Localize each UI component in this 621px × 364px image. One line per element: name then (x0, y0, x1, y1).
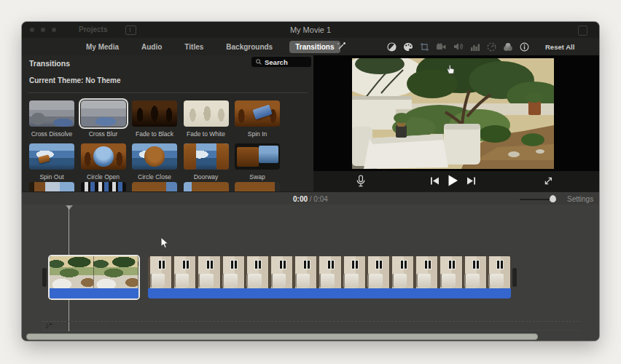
music-note-icon: ♪+ (45, 321, 52, 330)
clip-frame (269, 256, 293, 288)
tab-titles[interactable]: Titles (179, 41, 209, 53)
stabilization-camera-icon[interactable] (436, 43, 447, 51)
trim-handle-right[interactable] (512, 268, 517, 287)
clip-frame (245, 256, 269, 288)
clip-frame (366, 256, 390, 288)
timeline[interactable]: ♪+ (22, 205, 599, 341)
transition-circle-close[interactable]: Circle Close (132, 143, 177, 181)
transition-thumbnail[interactable] (235, 182, 280, 191)
transition-thumbnail[interactable] (132, 143, 177, 170)
crop-icon[interactable] (420, 42, 429, 52)
imovie-window: Projects My Movie 1 My Media Audio Title… (22, 22, 599, 341)
panel-divider (28, 92, 308, 93)
clip-frame (463, 256, 487, 288)
mouse-cursor (160, 237, 170, 252)
tab-audio[interactable]: Audio (136, 41, 168, 53)
timeline-clip-2[interactable] (148, 256, 511, 298)
hand-cursor (445, 64, 456, 77)
tab-transitions[interactable]: Transitions (289, 41, 340, 53)
title-bar: Projects My Movie 1 (22, 22, 599, 38)
media-tabs: My Media Audio Titles Backgrounds Transi… (80, 38, 340, 55)
clip-frame (94, 256, 138, 288)
clip-frame (487, 256, 511, 288)
transition-fade-to-white[interactable]: Fade to White (184, 100, 229, 138)
transitions-panel: Transitions Search Current Theme: No The… (22, 55, 313, 191)
fullscreen-icon[interactable] (543, 175, 554, 189)
play-button[interactable] (448, 175, 458, 189)
music-well-divider (42, 321, 579, 322)
transition-cross-dissolve[interactable]: Cross Dissolve (29, 100, 74, 138)
transition-thumbnail[interactable] (29, 182, 74, 191)
transitions-grid: Cross Dissolve Cross Blur Fade to Black … (29, 100, 286, 181)
transitions-grid-row3-clipped (29, 182, 280, 191)
timeline-zoom-slider[interactable] (520, 199, 553, 200)
enhance-wand-icon[interactable] (336, 41, 347, 55)
tab-backgrounds[interactable]: Backgrounds (220, 41, 278, 53)
reset-all-button[interactable]: Reset All (545, 43, 574, 51)
video-preview[interactable] (352, 58, 554, 169)
trim-handle-left[interactable] (42, 268, 47, 287)
volume-icon[interactable] (453, 42, 464, 51)
transition-thumbnail[interactable] (132, 100, 177, 127)
skip-forward-button[interactable] (466, 175, 476, 189)
transition-thumbnail[interactable] (184, 100, 229, 127)
transition-cross-blur[interactable]: Cross Blur (81, 100, 126, 138)
clip-info-icon[interactable] (520, 42, 529, 52)
adjust-toolbar (387, 38, 529, 55)
share-icon[interactable] (578, 25, 587, 36)
clip-1-audio-waveform (50, 288, 138, 298)
panel-header: Transitions (29, 59, 70, 68)
color-palette-icon[interactable] (403, 42, 413, 52)
transition-thumbnail[interactable] (81, 143, 126, 170)
timeline-toolbar: 0:00 / 0:04 Settings (22, 191, 599, 205)
transition-circle-open[interactable]: Circle Open (81, 143, 126, 181)
color-balance-icon[interactable] (387, 42, 397, 52)
transport-controls (430, 175, 476, 189)
horizontal-scrollbar[interactable] (26, 333, 538, 340)
transition-doorway[interactable]: Doorway (184, 143, 229, 181)
clip-frame (414, 256, 438, 288)
timeline-clip-1-selected[interactable] (50, 256, 138, 298)
clip-frame (438, 256, 462, 288)
transition-thumbnail[interactable] (184, 143, 229, 170)
clip-frame (390, 256, 414, 288)
transition-thumbnail[interactable] (235, 143, 280, 170)
clip-frame (342, 256, 366, 288)
color-filters-icon[interactable] (503, 42, 513, 52)
transition-thumbnail[interactable] (132, 182, 177, 191)
clip-frame (317, 256, 341, 288)
search-placeholder: Search (265, 58, 288, 66)
microphone-icon[interactable] (356, 175, 366, 191)
search-field[interactable]: Search (251, 57, 311, 67)
playhead-handle[interactable] (66, 205, 73, 210)
transition-swap[interactable]: Swap (235, 143, 280, 181)
transition-fade-to-black[interactable]: Fade to Black (132, 100, 177, 138)
clip-2-audio-waveform (148, 288, 511, 298)
clip-frame (172, 256, 196, 288)
transition-thumbnail[interactable] (29, 143, 74, 170)
timeline-settings-button[interactable]: Settings (567, 195, 593, 203)
time-total: 0:04 (313, 195, 327, 203)
skip-back-button[interactable] (430, 175, 440, 189)
clip-1-filmstrip (50, 256, 138, 288)
playback-bar (313, 171, 599, 191)
clip-frame (148, 256, 172, 288)
window-title: My Movie 1 (22, 25, 599, 34)
clip-frame (50, 256, 94, 288)
transition-thumbnail-selected[interactable] (81, 100, 126, 127)
transition-thumbnail[interactable] (81, 182, 126, 191)
clip-frame (293, 256, 317, 288)
speed-gauge-icon[interactable] (487, 42, 496, 52)
timeline-clip-2-frames (148, 256, 511, 288)
noise-reduction-icon[interactable] (470, 43, 480, 51)
transition-thumbnail[interactable] (184, 182, 229, 191)
search-icon (256, 59, 262, 65)
transition-thumbnail[interactable] (235, 100, 280, 127)
toolbar: My Media Audio Titles Backgrounds Transi… (22, 38, 599, 56)
timeline-zoom-thumb[interactable] (550, 195, 556, 202)
clip-frame (196, 256, 220, 288)
tab-my-media[interactable]: My Media (80, 41, 125, 53)
transition-spin-in[interactable]: Spin In (235, 100, 280, 138)
transition-spin-out[interactable]: Spin Out (29, 143, 74, 181)
transition-thumbnail[interactable] (29, 100, 74, 127)
